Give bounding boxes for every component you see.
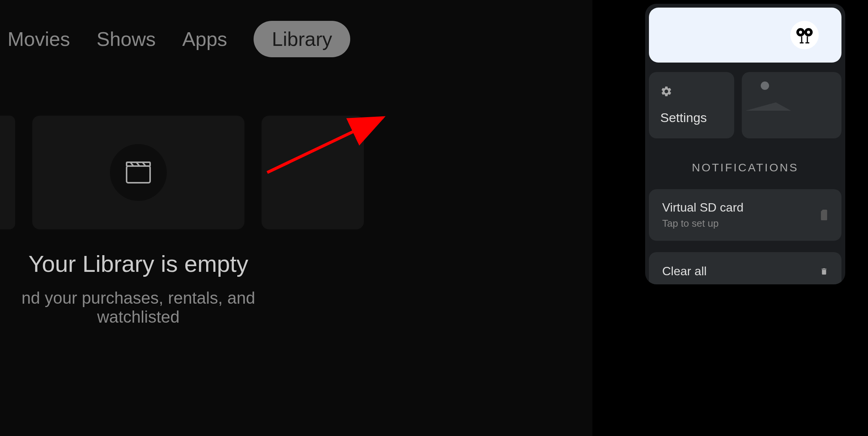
movie-icon-circle [110, 144, 167, 201]
notification-text: Virtual SD card Tap to set up [662, 201, 744, 229]
tab-movies[interactable]: Movies [8, 28, 70, 50]
screensaver-tile[interactable] [742, 72, 841, 138]
tab-shows[interactable]: Shows [97, 28, 156, 50]
clapperboard-icon [126, 162, 151, 183]
svg-point-3 [799, 31, 802, 34]
notifications-header: NOTIFICATIONS [645, 161, 845, 174]
trash-icon [820, 266, 828, 277]
library-card-next[interactable] [262, 116, 364, 229]
gear-icon [660, 85, 672, 97]
svg-rect-0 [127, 166, 150, 183]
avatar[interactable] [790, 21, 819, 49]
profile-card[interactable] [649, 8, 841, 63]
empty-title: Your Library is empty [0, 250, 277, 277]
settings-tile[interactable]: Settings [649, 72, 734, 138]
notification-subtitle: Tap to set up [662, 218, 744, 229]
tab-library[interactable]: Library [254, 21, 350, 57]
svg-point-4 [807, 31, 810, 34]
robot-avatar-icon [794, 25, 815, 45]
tab-apps[interactable]: Apps [182, 28, 227, 50]
notification-title: Virtual SD card [662, 201, 744, 215]
sdcard-icon [820, 210, 828, 220]
library-card-prev[interactable] [0, 116, 15, 229]
clear-all-label: Clear all [662, 264, 707, 278]
screensaver-dot [761, 82, 769, 90]
main-screen: Movies Shows Apps Library Your Library i… [0, 0, 592, 436]
settings-label: Settings [660, 110, 723, 125]
quick-settings-panel: Settings NOTIFICATIONS Virtual SD card T… [645, 4, 845, 284]
tab-bar: Movies Shows Apps Library [0, 0, 592, 57]
empty-subtitle: nd your purchases, rentals, and watchlis… [0, 289, 277, 326]
notification-sdcard[interactable]: Virtual SD card Tap to set up [649, 189, 841, 241]
library-empty-card[interactable] [32, 116, 244, 229]
quick-tiles-row: Settings [645, 66, 845, 138]
clear-all-button[interactable]: Clear all [649, 252, 841, 284]
empty-message-block: Your Library is empty nd your purchases,… [0, 250, 277, 326]
screensaver-mountain [746, 102, 791, 111]
